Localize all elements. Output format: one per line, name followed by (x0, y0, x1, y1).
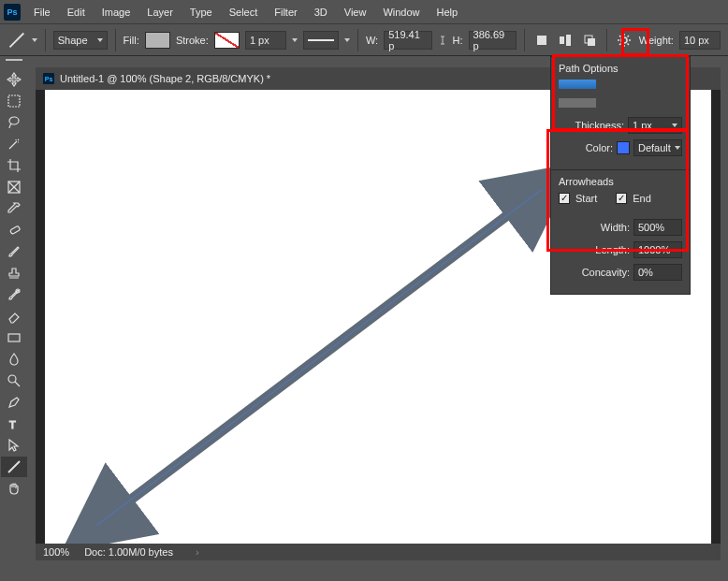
tool-lasso[interactable] (1, 112, 27, 133)
toolbox: T (0, 65, 28, 500)
tool-heal[interactable] (1, 220, 27, 240)
tool-wand[interactable] (1, 134, 27, 154)
menu-select[interactable]: Select (222, 3, 266, 22)
menu-type[interactable]: Type (182, 3, 220, 22)
tool-frame[interactable] (1, 177, 27, 197)
menu-help[interactable]: Help (430, 3, 466, 22)
tool-move[interactable] (1, 69, 27, 90)
menu-3d[interactable]: 3D (307, 3, 335, 22)
height-label: H: (453, 35, 463, 46)
fill-label: Fill: (124, 35, 139, 46)
stroke-label: Stroke: (176, 35, 209, 46)
tool-eyedropper[interactable] (1, 198, 27, 219)
status-bar: 100% Doc: 1.00M/0 bytes › (36, 544, 721, 560)
tool-hand[interactable] (1, 478, 27, 499)
svg-rect-15 (8, 95, 20, 107)
width-field[interactable]: 519.41 p (384, 31, 431, 50)
document-tab-icon: Ps (43, 73, 54, 84)
highlight-box-arrowheads (546, 129, 689, 252)
tool-dodge[interactable] (1, 370, 27, 391)
ah-concavity-label: Concavity: (582, 267, 630, 278)
weight-field[interactable]: 10 px (679, 31, 721, 50)
tool-history-brush[interactable] (1, 284, 27, 305)
menu-view[interactable]: View (337, 3, 374, 22)
menu-edit[interactable]: Edit (60, 3, 93, 22)
menu-file[interactable]: File (26, 3, 58, 22)
tool-mode-value: Shape (58, 35, 88, 46)
svg-rect-5 (588, 38, 595, 46)
tool-path-select[interactable] (1, 435, 27, 456)
ah-concavity-field[interactable]: 0% (633, 264, 682, 281)
stroke-swatch[interactable] (214, 32, 240, 49)
path-arrangement-icon[interactable] (580, 30, 599, 51)
status-more-icon[interactable]: › (196, 546, 199, 558)
options-bar: Shape Fill: Stroke: 1 px W: 519.41 p H: … (0, 23, 728, 56)
tool-crop[interactable] (1, 155, 27, 176)
svg-rect-2 (560, 36, 564, 44)
menu-bar: Ps File Edit Image Layer Type Select Fil… (0, 0, 728, 23)
link-wh-icon[interactable] (438, 34, 447, 47)
tool-blur[interactable] (1, 349, 27, 370)
highlight-box-middle (552, 54, 689, 131)
stroke-style-select[interactable] (303, 31, 339, 50)
tool-pen[interactable] (1, 392, 27, 413)
zoom-value[interactable]: 100% (43, 546, 69, 558)
toolbox-expand-handle[interactable] (0, 56, 28, 64)
path-alignment-icon[interactable] (557, 30, 575, 51)
app-logo: Ps (4, 4, 21, 21)
path-operations-icon[interactable] (532, 30, 551, 51)
tool-type[interactable]: T (1, 414, 27, 434)
svg-line-24 (15, 382, 20, 386)
svg-line-26 (8, 461, 20, 472)
fill-swatch[interactable] (145, 32, 170, 49)
tool-mode-select[interactable]: Shape (53, 31, 108, 50)
stroke-width-caret[interactable] (292, 38, 298, 42)
height-field[interactable]: 386.69 p (469, 31, 517, 50)
svg-text:T: T (9, 419, 16, 430)
stroke-style-caret[interactable] (344, 38, 350, 42)
menu-filter[interactable]: Filter (267, 3, 304, 22)
svg-rect-3 (566, 35, 571, 46)
tool-brush[interactable] (1, 241, 27, 262)
tool-marquee[interactable] (1, 91, 27, 111)
tool-line[interactable] (1, 457, 27, 477)
menu-image[interactable]: Image (95, 3, 138, 22)
menu-layer[interactable]: Layer (139, 3, 181, 22)
width-label: W: (366, 35, 378, 46)
tool-eraser[interactable] (1, 306, 27, 327)
menu-window[interactable]: Window (375, 3, 427, 22)
line-tool-icon (7, 30, 26, 51)
document-title: Untitled-1 @ 100% (Shape 2, RGB/8/CMYK) … (60, 73, 270, 84)
stroke-width-field[interactable]: 1 px (245, 31, 286, 50)
svg-rect-1 (537, 36, 546, 45)
svg-rect-22 (8, 334, 20, 341)
tool-stamp[interactable] (1, 263, 27, 283)
tool-gradient[interactable] (1, 327, 27, 348)
svg-point-23 (8, 375, 16, 383)
highlight-box-gear (621, 28, 649, 56)
tool-preset-caret[interactable] (32, 38, 37, 42)
svg-rect-20 (10, 225, 21, 234)
svg-line-28 (96, 190, 541, 526)
doc-info[interactable]: Doc: 1.00M/0 bytes (84, 546, 173, 558)
svg-line-0 (9, 33, 23, 47)
